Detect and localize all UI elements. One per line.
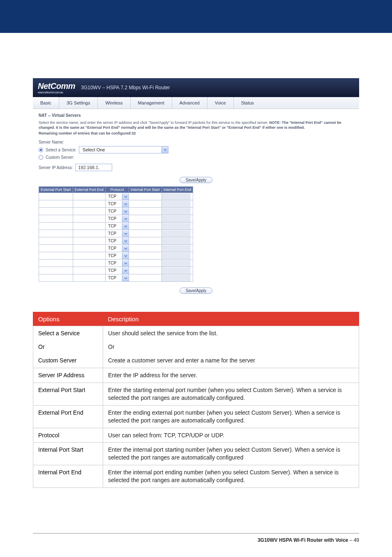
select-service-radio[interactable] <box>39 148 43 152</box>
desc-select-service: User should select the service from the … <box>108 330 354 337</box>
table-row: TCP <box>39 215 193 223</box>
nav-voice[interactable]: Voice <box>207 97 233 109</box>
ext-port-start-input[interactable] <box>39 238 68 244</box>
save-apply-button-bottom[interactable]: Save/Apply <box>180 288 213 294</box>
table-row: TCP <box>39 208 193 215</box>
ext-port-end-input[interactable] <box>73 260 102 267</box>
nav-advanced[interactable]: Advanced <box>172 97 207 109</box>
select-service-label: Select a Service: <box>46 148 76 152</box>
select-service-dropdown[interactable]: Select One <box>79 146 168 153</box>
table-row: TCP <box>39 245 193 252</box>
th-int-end: Internal Port End <box>161 187 193 193</box>
nav-status[interactable]: Status <box>233 97 261 109</box>
nav-wireless[interactable]: Wireless <box>97 97 130 109</box>
chevron-down-icon <box>122 223 129 230</box>
ext-port-start-input[interactable] <box>39 267 68 274</box>
ext-port-start-input[interactable] <box>39 208 68 215</box>
protocol-value: TCP <box>106 194 122 199</box>
protocol-select[interactable]: TCP <box>106 253 129 259</box>
int-port-end-input <box>162 267 191 274</box>
int-port-start-input[interactable] <box>129 201 158 207</box>
int-port-end-input <box>162 260 191 267</box>
protocol-value: TCP <box>106 268 122 273</box>
opt-int-end: Internal Port End <box>33 465 103 488</box>
nav-management[interactable]: Management <box>130 97 172 109</box>
ext-port-end-input[interactable] <box>73 238 102 244</box>
protocol-select[interactable]: TCP <box>106 245 129 252</box>
chevron-down-icon <box>161 146 168 153</box>
int-port-start-input[interactable] <box>129 253 158 259</box>
breadcrumb: NAT -- Virtual Servers <box>39 113 353 118</box>
protocol-select[interactable]: TCP <box>106 230 129 237</box>
ext-port-start-input[interactable] <box>39 216 68 222</box>
nav-3g-settings[interactable]: 3G Settings <box>59 97 97 109</box>
ext-port-start-input[interactable] <box>39 201 68 207</box>
int-port-start-input[interactable] <box>129 223 158 230</box>
desc-ext-start: Enter the starting external port number … <box>103 383 359 405</box>
int-port-start-input[interactable] <box>129 267 158 274</box>
protocol-select[interactable]: TCP <box>106 275 129 281</box>
ext-port-end-input[interactable] <box>73 253 102 259</box>
protocol-select[interactable]: TCP <box>106 260 129 267</box>
protocol-select[interactable]: TCP <box>106 201 129 207</box>
ext-port-end-input[interactable] <box>73 275 102 281</box>
desc-header-description: Description <box>103 312 359 326</box>
int-port-start-input[interactable] <box>129 216 158 222</box>
int-port-end-input <box>162 245 191 252</box>
int-port-start-input[interactable] <box>129 260 158 267</box>
ext-port-start-input[interactable] <box>39 245 68 252</box>
desc-or: Or <box>108 343 354 351</box>
table-row: TCP <box>39 237 193 245</box>
desc-protocol: User can select from: TCP, TCP/UDP or UD… <box>103 428 359 443</box>
ext-port-start-input[interactable] <box>39 193 68 200</box>
int-port-start-input[interactable] <box>129 193 158 200</box>
ext-port-end-input[interactable] <box>73 245 102 252</box>
protocol-select[interactable]: TCP <box>106 193 129 200</box>
ext-port-start-input[interactable] <box>39 260 68 267</box>
custom-server-radio[interactable] <box>39 155 43 160</box>
footer-sep: – <box>348 537 353 543</box>
ext-port-start-input[interactable] <box>39 275 68 281</box>
int-port-end-input <box>162 230 191 237</box>
server-ip-input[interactable]: 192.168.1. <box>75 164 112 171</box>
protocol-select[interactable]: TCP <box>106 267 129 274</box>
opt-ext-start: External Port Start <box>33 383 103 405</box>
int-port-end-input <box>162 223 191 230</box>
ext-port-end-input[interactable] <box>73 193 102 200</box>
ext-port-end-input[interactable] <box>73 208 102 215</box>
int-port-start-input[interactable] <box>129 208 158 215</box>
save-apply-button-top[interactable]: Save/Apply <box>180 177 213 183</box>
protocol-select[interactable]: TCP <box>106 216 129 222</box>
th-ext-end: External Port End <box>73 187 106 193</box>
logo-text: NetComm <box>38 82 75 90</box>
ext-port-start-input[interactable] <box>39 253 68 259</box>
int-port-end-input <box>162 253 191 259</box>
protocol-select[interactable]: TCP <box>106 223 129 230</box>
desc-int-start: Enter the internal port starting number … <box>103 443 359 465</box>
nav-basic[interactable]: Basic <box>33 97 59 109</box>
protocol-select[interactable]: TCP <box>106 238 129 244</box>
int-port-start-input[interactable] <box>129 245 158 252</box>
ext-port-end-input[interactable] <box>73 216 102 222</box>
ext-port-start-input[interactable] <box>39 223 68 230</box>
protocol-select[interactable]: TCP <box>106 208 129 215</box>
ext-port-end-input[interactable] <box>73 230 102 237</box>
ext-port-start-input[interactable] <box>39 230 68 237</box>
nav-bar: Basic 3G Settings Wireless Management Ad… <box>33 97 359 109</box>
chevron-down-icon <box>122 260 129 267</box>
chevron-down-icon <box>122 193 129 200</box>
ext-port-end-input[interactable] <box>73 201 102 207</box>
desc-custom-server: Create a customer server and enter a nam… <box>108 357 354 364</box>
int-port-start-input[interactable] <box>129 238 158 244</box>
ext-port-end-input[interactable] <box>73 267 102 274</box>
protocol-value: TCP <box>106 253 122 258</box>
protocol-value: TCP <box>106 239 122 243</box>
top-band <box>0 0 392 33</box>
int-port-end-input <box>162 216 191 222</box>
int-port-start-input[interactable] <box>129 230 158 237</box>
ext-port-end-input[interactable] <box>73 223 102 230</box>
int-port-end-input <box>162 201 191 207</box>
table-row: TCP <box>39 267 193 274</box>
protocol-value: TCP <box>106 276 122 280</box>
int-port-start-input[interactable] <box>129 275 158 281</box>
